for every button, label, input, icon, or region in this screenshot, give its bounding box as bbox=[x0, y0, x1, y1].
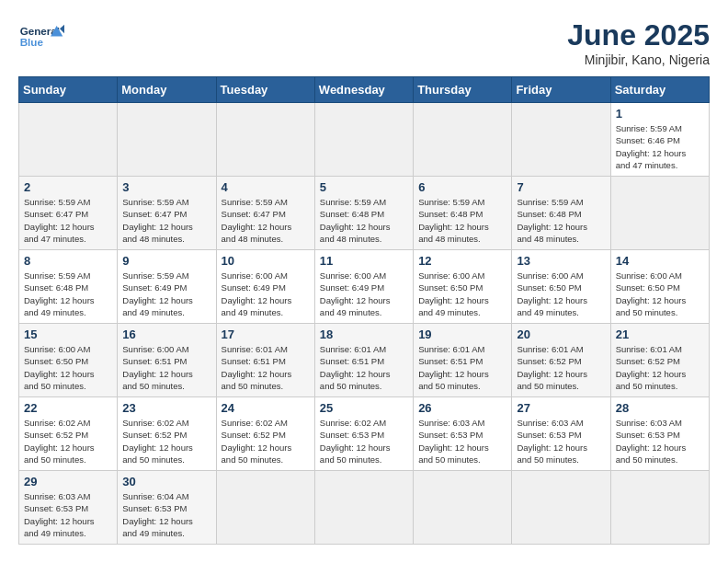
day-cell-10: 10Sunrise: 6:00 AMSunset: 6:49 PMDayligh… bbox=[216, 250, 314, 324]
day-cell-4: 4Sunrise: 5:59 AMSunset: 6:47 PMDaylight… bbox=[216, 177, 314, 250]
day-cell-6: 6Sunrise: 5:59 AMSunset: 6:48 PMDaylight… bbox=[414, 177, 512, 250]
empty-cell bbox=[314, 103, 413, 177]
empty-cell bbox=[314, 471, 413, 545]
day-cell-20: 20Sunrise: 6:01 AMSunset: 6:52 PMDayligh… bbox=[512, 324, 610, 397]
day-info: Sunrise: 6:02 AMSunset: 6:52 PMDaylight:… bbox=[24, 417, 112, 465]
day-number: 13 bbox=[517, 254, 605, 268]
empty-cell bbox=[216, 103, 314, 177]
day-cell-24: 24Sunrise: 6:02 AMSunset: 6:52 PMDayligh… bbox=[216, 397, 314, 471]
week-row-3: 8Sunrise: 5:59 AMSunset: 6:48 PMDaylight… bbox=[19, 250, 710, 324]
day-number: 17 bbox=[222, 327, 310, 341]
weekday-header-friday: Friday bbox=[512, 77, 610, 103]
day-info: Sunrise: 6:01 AMSunset: 6:51 PMDaylight:… bbox=[222, 343, 310, 392]
day-cell-7: 7Sunrise: 5:59 AMSunset: 6:48 PMDaylight… bbox=[512, 177, 610, 250]
day-info: Sunrise: 6:03 AMSunset: 6:53 PMDaylight:… bbox=[517, 417, 605, 465]
day-info: Sunrise: 5:59 AMSunset: 6:46 PMDaylight:… bbox=[616, 122, 704, 171]
day-cell-19: 19Sunrise: 6:01 AMSunset: 6:51 PMDayligh… bbox=[414, 324, 512, 397]
day-number: 4 bbox=[222, 180, 310, 194]
day-number: 9 bbox=[122, 254, 210, 268]
day-cell-26: 26Sunrise: 6:03 AMSunset: 6:53 PMDayligh… bbox=[414, 397, 512, 471]
title-block: June 2025 Minjibir, Kano, Nigeria bbox=[567, 18, 710, 67]
day-number: 1 bbox=[616, 107, 704, 121]
calendar-table: SundayMondayTuesdayWednesdayThursdayFrid… bbox=[18, 76, 710, 545]
week-row-5: 22Sunrise: 6:02 AMSunset: 6:52 PMDayligh… bbox=[19, 397, 710, 471]
day-info: Sunrise: 6:02 AMSunset: 6:52 PMDaylight:… bbox=[222, 417, 310, 465]
day-cell-29: 29Sunrise: 6:03 AMSunset: 6:53 PMDayligh… bbox=[19, 471, 118, 545]
weekday-header-wednesday: Wednesday bbox=[314, 77, 413, 103]
day-info: Sunrise: 6:03 AMSunset: 6:53 PMDaylight:… bbox=[418, 417, 506, 465]
day-number: 16 bbox=[122, 327, 210, 341]
week-row-6: 29Sunrise: 6:03 AMSunset: 6:53 PMDayligh… bbox=[19, 471, 710, 545]
day-number: 24 bbox=[222, 401, 310, 415]
day-info: Sunrise: 5:59 AMSunset: 6:48 PMDaylight:… bbox=[517, 196, 605, 245]
week-row-4: 15Sunrise: 6:00 AMSunset: 6:50 PMDayligh… bbox=[19, 324, 710, 397]
week-row-2: 2Sunrise: 5:59 AMSunset: 6:47 PMDaylight… bbox=[19, 177, 710, 250]
day-number: 15 bbox=[24, 327, 112, 341]
day-cell-9: 9Sunrise: 5:59 AMSunset: 6:49 PMDaylight… bbox=[118, 250, 216, 324]
day-cell-22: 22Sunrise: 6:02 AMSunset: 6:52 PMDayligh… bbox=[19, 397, 118, 471]
day-cell-2: 2Sunrise: 5:59 AMSunset: 6:47 PMDaylight… bbox=[19, 177, 118, 250]
day-info: Sunrise: 5:59 AMSunset: 6:48 PMDaylight:… bbox=[418, 196, 506, 245]
day-cell-5: 5Sunrise: 5:59 AMSunset: 6:48 PMDaylight… bbox=[314, 177, 413, 250]
day-info: Sunrise: 5:59 AMSunset: 6:48 PMDaylight:… bbox=[320, 196, 408, 245]
empty-cell bbox=[610, 177, 709, 250]
day-info: Sunrise: 5:59 AMSunset: 6:49 PMDaylight:… bbox=[122, 270, 210, 318]
day-number: 28 bbox=[616, 401, 704, 415]
day-cell-28: 28Sunrise: 6:03 AMSunset: 6:53 PMDayligh… bbox=[610, 397, 709, 471]
empty-cell bbox=[610, 471, 709, 545]
day-number: 10 bbox=[222, 254, 310, 268]
day-number: 30 bbox=[122, 475, 210, 488]
day-cell-1: 1Sunrise: 5:59 AMSunset: 6:46 PMDaylight… bbox=[610, 103, 709, 177]
day-info: Sunrise: 6:00 AMSunset: 6:51 PMDaylight:… bbox=[122, 343, 210, 392]
day-info: Sunrise: 5:59 AMSunset: 6:48 PMDaylight:… bbox=[24, 270, 112, 318]
day-number: 14 bbox=[616, 254, 704, 268]
day-number: 11 bbox=[320, 254, 408, 268]
empty-cell bbox=[118, 103, 216, 177]
day-info: Sunrise: 6:00 AMSunset: 6:49 PMDaylight:… bbox=[320, 270, 408, 318]
day-info: Sunrise: 6:01 AMSunset: 6:51 PMDaylight:… bbox=[320, 343, 408, 392]
day-cell-17: 17Sunrise: 6:01 AMSunset: 6:51 PMDayligh… bbox=[216, 324, 314, 397]
location: Minjibir, Kano, Nigeria bbox=[567, 52, 710, 67]
day-cell-18: 18Sunrise: 6:01 AMSunset: 6:51 PMDayligh… bbox=[314, 324, 413, 397]
day-number: 18 bbox=[320, 327, 408, 341]
day-info: Sunrise: 6:02 AMSunset: 6:53 PMDaylight:… bbox=[320, 417, 408, 465]
page-header: General Blue June 2025 Minjibir, Kano, N… bbox=[18, 18, 710, 67]
day-cell-3: 3Sunrise: 5:59 AMSunset: 6:47 PMDaylight… bbox=[118, 177, 216, 250]
day-cell-15: 15Sunrise: 6:00 AMSunset: 6:50 PMDayligh… bbox=[19, 324, 118, 397]
day-number: 26 bbox=[418, 401, 506, 415]
day-info: Sunrise: 5:59 AMSunset: 6:47 PMDaylight:… bbox=[222, 196, 310, 245]
day-number: 8 bbox=[24, 254, 112, 268]
logo-icon: General Blue bbox=[18, 18, 64, 55]
day-cell-14: 14Sunrise: 6:00 AMSunset: 6:50 PMDayligh… bbox=[610, 250, 709, 324]
empty-cell bbox=[512, 103, 610, 177]
logo: General Blue bbox=[18, 18, 64, 55]
day-info: Sunrise: 6:00 AMSunset: 6:49 PMDaylight:… bbox=[222, 270, 310, 318]
day-number: 21 bbox=[616, 327, 704, 341]
day-info: Sunrise: 6:00 AMSunset: 6:50 PMDaylight:… bbox=[24, 343, 112, 392]
day-number: 25 bbox=[320, 401, 408, 415]
day-info: Sunrise: 6:02 AMSunset: 6:52 PMDaylight:… bbox=[122, 417, 210, 465]
day-info: Sunrise: 6:00 AMSunset: 6:50 PMDaylight:… bbox=[418, 270, 506, 318]
day-number: 23 bbox=[122, 401, 210, 415]
day-cell-23: 23Sunrise: 6:02 AMSunset: 6:52 PMDayligh… bbox=[118, 397, 216, 471]
day-cell-25: 25Sunrise: 6:02 AMSunset: 6:53 PMDayligh… bbox=[314, 397, 413, 471]
day-number: 3 bbox=[122, 180, 210, 194]
day-cell-11: 11Sunrise: 6:00 AMSunset: 6:49 PMDayligh… bbox=[314, 250, 413, 324]
day-cell-13: 13Sunrise: 6:00 AMSunset: 6:50 PMDayligh… bbox=[512, 250, 610, 324]
weekday-header-tuesday: Tuesday bbox=[216, 77, 314, 103]
day-cell-12: 12Sunrise: 6:00 AMSunset: 6:50 PMDayligh… bbox=[414, 250, 512, 324]
day-number: 6 bbox=[418, 180, 506, 194]
day-info: Sunrise: 6:04 AMSunset: 6:53 PMDaylight:… bbox=[122, 490, 210, 539]
day-number: 12 bbox=[418, 254, 506, 268]
day-info: Sunrise: 6:00 AMSunset: 6:50 PMDaylight:… bbox=[517, 270, 605, 318]
day-number: 5 bbox=[320, 180, 408, 194]
empty-cell bbox=[414, 103, 512, 177]
day-info: Sunrise: 6:03 AMSunset: 6:53 PMDaylight:… bbox=[24, 490, 112, 539]
weekday-header-monday: Monday bbox=[118, 77, 216, 103]
day-cell-30: 30Sunrise: 6:04 AMSunset: 6:53 PMDayligh… bbox=[118, 471, 216, 545]
weekday-header-saturday: Saturday bbox=[610, 77, 709, 103]
weekday-header-row: SundayMondayTuesdayWednesdayThursdayFrid… bbox=[19, 77, 710, 103]
week-row-1: 1Sunrise: 5:59 AMSunset: 6:46 PMDaylight… bbox=[19, 103, 710, 177]
day-number: 29 bbox=[24, 475, 112, 488]
empty-cell bbox=[216, 471, 314, 545]
